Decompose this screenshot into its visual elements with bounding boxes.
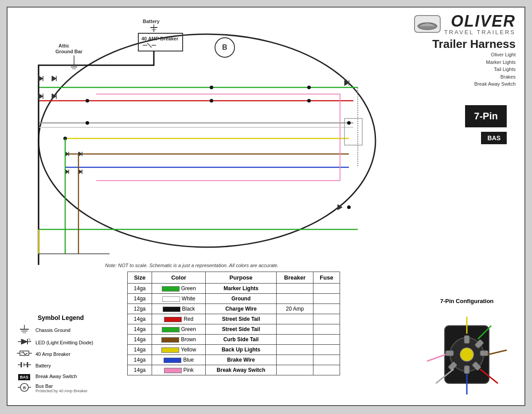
header: OLIVER TRAVEL TRAILERS Trailer Harness O… (414, 12, 516, 88)
cell-fuse (313, 294, 340, 304)
svg-text:B: B (222, 43, 227, 51)
svg-text:40 AMP Breaker: 40 AMP Breaker (141, 36, 179, 41)
legend-title: Symbol Legend (16, 314, 105, 321)
cell-breaker (277, 314, 313, 324)
cell-purpose: Curb Side Tail (206, 335, 277, 345)
svg-line-69 (25, 353, 27, 355)
cell-size: 14ga (128, 355, 152, 365)
cell-color: Blue (152, 355, 206, 365)
diagram-note: Note: NOT to scale. Schematic is a just … (105, 263, 278, 268)
cell-size: 14ga (128, 335, 152, 345)
oliver-logo: OLIVER TRAVEL TRAILERS (414, 12, 516, 35)
legend-led: LED (Light Emitting Diode) (16, 338, 105, 347)
legend-bas: BAS Break Away Switch (16, 373, 105, 380)
cell-size: 14ga (128, 365, 152, 375)
cell-size: 12ga (128, 304, 152, 314)
table-row: 14gaBrownCurb Side Tail (128, 335, 340, 345)
cell-purpose: Marker Lights (206, 284, 277, 294)
color-name: Pink (184, 367, 194, 373)
bas-box: BAS (481, 132, 507, 144)
table-row: 14gaGreenMarker Lights (128, 284, 340, 294)
cell-breaker (277, 284, 313, 294)
svg-marker-31 (39, 94, 43, 99)
legend-bus-bar: B Bus Bar Protected by 40 Amp Breaker (16, 382, 105, 394)
svg-line-97 (427, 355, 446, 361)
cell-purpose: Street Side Tail (206, 324, 277, 335)
breaker-label: 40 Amp Breaker (35, 351, 70, 357)
svg-rect-84 (464, 335, 469, 343)
chassis-ground-icon (16, 325, 32, 335)
svg-text:Ground Bar: Ground Bar (55, 49, 83, 54)
color-name: Green (181, 285, 196, 292)
svg-marker-33 (52, 76, 56, 81)
col-color: Color (152, 272, 206, 284)
svg-point-26 (307, 99, 311, 103)
svg-point-83 (460, 348, 473, 361)
col-size: Size (128, 272, 152, 284)
legend-40amp-breaker: 40 Amp Breaker (16, 350, 105, 358)
svg-line-15 (147, 43, 152, 47)
legend-chassis-ground: Chassis Ground (16, 325, 105, 335)
cell-breaker (277, 294, 313, 304)
battery-icon (16, 361, 32, 370)
table-row: 12gaBlackCharge Wire20 Amp (128, 304, 340, 314)
col-purpose: Purpose (206, 272, 277, 284)
cell-color: Red (152, 314, 206, 324)
page-title: Trailer Harness (414, 37, 516, 51)
color-name: Brown (181, 336, 196, 343)
cell-color: Pink (152, 365, 206, 375)
cell-breaker: 20 Amp (277, 304, 313, 314)
color-name: Black (182, 306, 195, 312)
cell-purpose: Charge Wire (206, 304, 277, 314)
table-row: 14gaWhiteGround (128, 294, 340, 304)
7pin-config-title: 7-Pin Configuration (418, 298, 516, 304)
svg-point-23 (210, 99, 213, 103)
svg-point-20 (86, 99, 89, 103)
svg-line-63 (28, 338, 30, 340)
bas-legend-icon: BAS (16, 373, 32, 380)
battery-label: Battery (35, 363, 51, 368)
cell-fuse (313, 304, 340, 314)
cell-color: White (152, 294, 206, 304)
bus-bar-text: Bus Bar Protected by 40 Amp Breaker (35, 383, 88, 393)
cell-purpose: Street Side Tail (206, 314, 277, 324)
col-fuse: Fuse (313, 272, 340, 284)
cell-fuse (313, 284, 340, 294)
svg-rect-86 (480, 351, 488, 356)
subtitle-list: Oliver LightMarker LightsTail LightsBrak… (414, 51, 516, 88)
svg-marker-29 (39, 76, 43, 81)
wiring-diagram: Attic Ground Bar Battery 40 AMP Breaker … (8, 8, 393, 265)
svg-marker-60 (21, 339, 27, 344)
cell-color: Green (152, 284, 206, 294)
cell-fuse (313, 345, 340, 355)
legend-battery: Battery (16, 361, 105, 370)
7pin-connector-label: 7-Pin (465, 105, 507, 127)
color-name: Yellow (181, 347, 196, 353)
svg-text:Battery: Battery (143, 19, 160, 24)
symbol-legend: Symbol Legend Chassis Ground (16, 314, 105, 396)
bus-bar-note: Protected by 40 Amp Breaker (35, 389, 88, 393)
cell-size: 14ga (128, 314, 152, 324)
main-container: OLIVER TRAVEL TRAILERS Trailer Harness O… (7, 7, 525, 406)
svg-text:B: B (23, 386, 26, 390)
bus-bar-label: Bus Bar (35, 383, 88, 389)
svg-rect-90 (446, 351, 454, 356)
breaker-icon (16, 350, 32, 358)
cell-fuse (313, 355, 340, 365)
cell-fuse (313, 365, 340, 375)
cell-breaker (277, 365, 313, 375)
color-name: Blue (183, 357, 194, 363)
cell-breaker (277, 355, 313, 365)
svg-text:Attic: Attic (59, 43, 69, 48)
svg-point-21 (86, 121, 89, 125)
cell-size: 14ga (128, 294, 152, 304)
cell-fuse (313, 324, 340, 335)
cell-breaker (277, 335, 313, 345)
bas-label: Break Away Switch (35, 374, 77, 379)
cell-fuse (313, 314, 340, 324)
cell-color: Brown (152, 335, 206, 345)
col-breaker: Breaker (277, 272, 313, 284)
svg-rect-88 (464, 366, 469, 374)
cell-color: Green (152, 324, 206, 335)
svg-line-93 (488, 350, 507, 355)
